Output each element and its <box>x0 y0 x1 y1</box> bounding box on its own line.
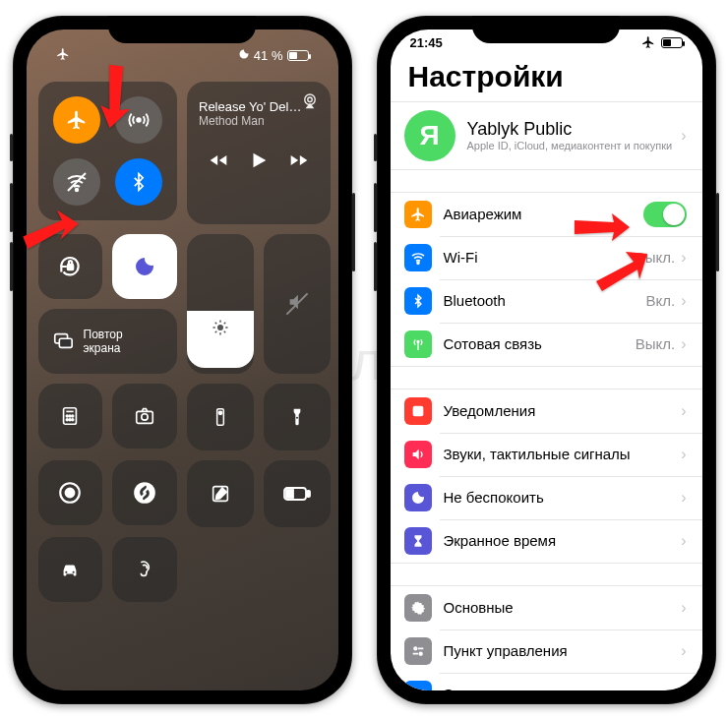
cellular-data-toggle[interactable] <box>115 96 162 144</box>
svg-point-20 <box>69 415 71 417</box>
svg-rect-36 <box>286 490 293 498</box>
screen-record-button[interactable] <box>38 460 103 525</box>
next-track-button[interactable] <box>289 150 309 174</box>
media-module[interactable]: Release Yo' Del… Method Man <box>187 82 331 225</box>
settings-screen: 21:45 Настройки Я Yablyk Public Apple ID… <box>391 30 702 690</box>
chevron-icon: › <box>681 127 686 145</box>
airplane-toggle[interactable] <box>643 202 687 227</box>
notifications-row[interactable]: Уведомления › <box>391 389 702 433</box>
carplay-button[interactable] <box>38 537 103 602</box>
svg-line-13 <box>215 330 217 332</box>
toggles-icon <box>404 637 432 665</box>
hourglass-icon <box>404 527 432 555</box>
row-label: Основные <box>444 599 676 616</box>
svg-rect-16 <box>59 338 72 347</box>
brightness-slider[interactable] <box>187 234 254 374</box>
svg-point-24 <box>72 419 74 421</box>
camera-button[interactable] <box>112 384 177 449</box>
row-label: Не беспокоить <box>444 489 676 506</box>
row-label: Bluetooth <box>444 292 646 309</box>
control-center-row[interactable]: Пункт управления › <box>391 629 702 673</box>
svg-point-26 <box>142 414 148 420</box>
battery-percent: 41 % <box>254 48 283 63</box>
airplane-status-icon <box>641 35 655 49</box>
chevron-icon: › <box>681 489 686 507</box>
airplay-icon[interactable] <box>301 91 319 113</box>
flashlight-button[interactable] <box>264 384 331 450</box>
svg-point-6 <box>217 325 223 330</box>
remote-button[interactable] <box>187 384 254 450</box>
svg-point-4 <box>308 97 313 102</box>
shazam-button[interactable] <box>112 460 177 525</box>
apple-id-row[interactable]: Я Yablyk Public Apple ID, iCloud, медиак… <box>391 102 702 169</box>
battery-icon <box>287 50 309 61</box>
svg-point-45 <box>414 647 417 650</box>
sounds-icon <box>404 441 432 468</box>
svg-line-11 <box>215 322 217 324</box>
svg-rect-35 <box>307 491 310 497</box>
row-label: Уведомления <box>444 402 676 419</box>
control-center-screen: 41 % <box>27 30 338 690</box>
bluetooth-toggle[interactable] <box>115 158 162 206</box>
display-icon: AA <box>404 681 432 690</box>
phone-right: 21:45 Настройки Я Yablyk Public Apple ID… <box>377 16 716 704</box>
connectivity-module[interactable] <box>38 82 178 221</box>
svg-point-0 <box>137 118 141 122</box>
svg-rect-43 <box>412 405 423 416</box>
cellular-row[interactable]: Сотовая связь Выкл. › <box>391 323 702 366</box>
screen-mirroring-label: Повтор экрана <box>84 328 123 356</box>
media-artist: Method Man <box>199 114 319 128</box>
hearing-button[interactable] <box>112 537 177 602</box>
general-row[interactable]: Основные › <box>391 586 702 629</box>
chevron-icon: › <box>681 686 686 690</box>
dnd-row[interactable]: Не беспокоить › <box>391 476 702 519</box>
airplane-icon <box>404 201 432 228</box>
avatar: Я <box>404 110 455 161</box>
page-title: Настройки <box>391 50 702 101</box>
chevron-icon: › <box>681 446 686 463</box>
svg-point-28 <box>218 411 221 414</box>
chevron-icon: › <box>681 402 686 420</box>
status-bar: 21:45 <box>391 30 702 50</box>
play-button[interactable] <box>248 150 270 175</box>
moon-icon <box>404 484 432 511</box>
bluetooth-row[interactable]: Bluetooth Вкл. › <box>391 279 702 323</box>
screen-mirroring-button[interactable]: Повтор экрана <box>38 309 178 374</box>
svg-point-37 <box>66 570 68 572</box>
notifications-icon <box>404 397 432 425</box>
wifi-toggle[interactable] <box>53 158 100 206</box>
row-value: Выкл. <box>636 335 675 352</box>
battery-icon <box>661 37 683 48</box>
low-power-button[interactable] <box>264 460 331 527</box>
display-row[interactable]: AA Экран и яркость › <box>391 673 702 690</box>
svg-rect-5 <box>68 265 73 270</box>
do-not-disturb-button[interactable] <box>112 234 177 299</box>
orientation-lock-button[interactable] <box>38 234 103 299</box>
airplane-status-icon <box>56 47 70 64</box>
antenna-icon <box>404 330 432 358</box>
airplane-toggle[interactable] <box>53 96 100 144</box>
sounds-row[interactable]: Звуки, тактильные сигналы › <box>391 433 702 476</box>
volume-slider[interactable] <box>264 234 331 374</box>
row-label: Экранное время <box>444 532 676 549</box>
gear-icon <box>404 594 432 622</box>
airplane-mode-row[interactable]: Авиарежим <box>391 193 702 236</box>
svg-line-12 <box>224 330 226 332</box>
svg-point-23 <box>69 419 71 421</box>
screen-time-row[interactable]: Экранное время › <box>391 519 702 563</box>
chevron-icon: › <box>681 532 686 550</box>
prev-track-button[interactable] <box>209 150 228 174</box>
row-label: Экран и яркость <box>444 686 676 690</box>
svg-point-19 <box>67 415 69 417</box>
row-label: Звуки, тактильные сигналы <box>444 446 676 462</box>
row-label: Сотовая связь <box>444 335 636 352</box>
notes-button[interactable] <box>187 460 254 527</box>
phone-left: 41 % <box>13 16 352 704</box>
wifi-row[interactable]: Wi-Fi Выкл. › <box>391 236 702 279</box>
row-label: Авиарежим <box>444 206 643 222</box>
calculator-button[interactable] <box>38 384 103 449</box>
chevron-icon: › <box>681 599 686 617</box>
chevron-icon: › <box>681 249 686 267</box>
svg-point-38 <box>73 570 75 572</box>
row-value: Вкл. <box>646 292 676 309</box>
